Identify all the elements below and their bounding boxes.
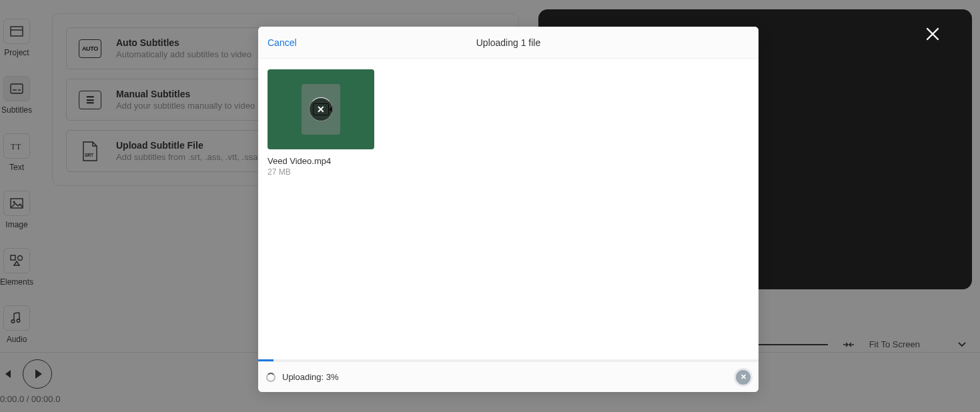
upload-status: Uploading: 3% <box>282 372 339 382</box>
upload-progress-fill <box>258 359 274 361</box>
upload-modal: Cancel Uploading 1 file ✕ Veed Video.mp4… <box>258 27 759 392</box>
cancel-button[interactable]: Cancel <box>268 37 297 48</box>
file-name: Veed Video.mp4 <box>268 156 374 166</box>
file-thumbnail: ✕ <box>268 69 374 149</box>
close-icon[interactable] <box>925 27 940 41</box>
modal-body: ✕ Veed Video.mp4 27 MB <box>258 59 759 359</box>
upload-progress-bar <box>258 359 759 361</box>
modal-header: Cancel Uploading 1 file <box>258 27 759 59</box>
cancel-upload-button[interactable]: ✕ <box>736 370 751 385</box>
uploading-file-card: ✕ Veed Video.mp4 27 MB <box>268 69 374 177</box>
spinner-icon <box>266 373 276 382</box>
cancel-file-upload-button[interactable]: ✕ <box>309 97 333 121</box>
modal-title: Uploading 1 file <box>476 37 541 48</box>
modal-footer: Uploading: 3% ✕ <box>258 359 759 392</box>
file-size: 27 MB <box>268 167 374 177</box>
